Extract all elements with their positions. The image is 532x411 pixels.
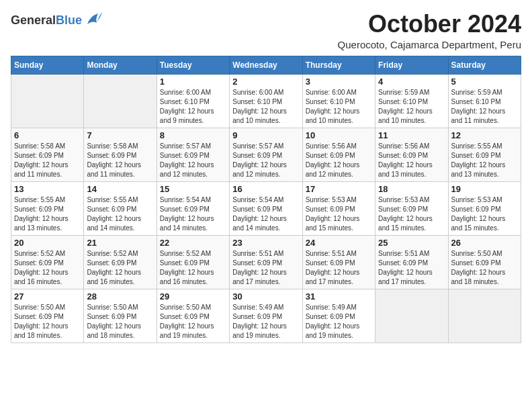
- col-header-tuesday: Tuesday: [157, 56, 229, 74]
- day-number: 10: [306, 130, 372, 140]
- calendar-cell: 12Sunrise: 5:55 AMSunset: 6:09 PMDayligh…: [448, 128, 521, 181]
- day-info: Sunrise: 5:53 AMSunset: 6:09 PMDaylight:…: [451, 195, 518, 233]
- day-number: 21: [87, 238, 153, 248]
- day-number: 12: [451, 130, 518, 140]
- calendar-cell: 6Sunrise: 5:58 AMSunset: 6:09 PMDaylight…: [11, 128, 84, 181]
- day-info: Sunrise: 5:52 AMSunset: 6:09 PMDaylight:…: [87, 249, 153, 287]
- day-number: 1: [160, 77, 226, 87]
- calendar-cell: 27Sunrise: 5:50 AMSunset: 6:09 PMDayligh…: [11, 289, 84, 342]
- calendar-week-5: 27Sunrise: 5:50 AMSunset: 6:09 PMDayligh…: [11, 289, 521, 342]
- day-number: 18: [378, 184, 445, 194]
- day-number: 11: [378, 130, 445, 140]
- calendar-cell: 31Sunrise: 5:49 AMSunset: 6:09 PMDayligh…: [302, 289, 375, 342]
- calendar-cell: 7Sunrise: 5:58 AMSunset: 6:09 PMDaylight…: [84, 128, 157, 181]
- calendar-table: SundayMondayTuesdayWednesdayThursdayFrid…: [11, 56, 521, 343]
- calendar-cell: 29Sunrise: 5:50 AMSunset: 6:09 PMDayligh…: [157, 289, 229, 342]
- calendar-cell: 3Sunrise: 6:00 AMSunset: 6:10 PMDaylight…: [302, 74, 375, 128]
- calendar-cell: 28Sunrise: 5:50 AMSunset: 6:09 PMDayligh…: [84, 289, 157, 342]
- calendar-cell: 15Sunrise: 5:54 AMSunset: 6:09 PMDayligh…: [157, 181, 229, 235]
- calendar-cell: 8Sunrise: 5:57 AMSunset: 6:09 PMDaylight…: [157, 128, 229, 181]
- logo-blue: Blue: [56, 13, 82, 27]
- day-number: 16: [232, 184, 299, 194]
- calendar-cell: 11Sunrise: 5:56 AMSunset: 6:09 PMDayligh…: [375, 128, 448, 181]
- calendar-cell: 21Sunrise: 5:52 AMSunset: 6:09 PMDayligh…: [84, 235, 157, 289]
- day-number: 4: [378, 77, 445, 87]
- day-number: 26: [451, 238, 518, 248]
- col-header-wednesday: Wednesday: [230, 56, 302, 74]
- calendar-cell: 18Sunrise: 5:53 AMSunset: 6:09 PMDayligh…: [375, 181, 448, 235]
- day-info: Sunrise: 5:59 AMSunset: 6:10 PMDaylight:…: [378, 88, 445, 126]
- day-info: Sunrise: 5:52 AMSunset: 6:09 PMDaylight:…: [160, 249, 226, 287]
- col-header-sunday: Sunday: [11, 56, 84, 74]
- day-info: Sunrise: 5:56 AMSunset: 6:09 PMDaylight:…: [306, 142, 372, 179]
- calendar-cell: 9Sunrise: 5:57 AMSunset: 6:09 PMDaylight…: [230, 128, 302, 181]
- calendar-header-row: SundayMondayTuesdayWednesdayThursdayFrid…: [11, 56, 521, 74]
- day-number: 5: [451, 77, 518, 87]
- day-info: Sunrise: 5:50 AMSunset: 6:09 PMDaylight:…: [87, 303, 153, 340]
- day-number: 30: [232, 291, 299, 302]
- calendar-week-4: 20Sunrise: 5:52 AMSunset: 6:09 PMDayligh…: [11, 235, 521, 289]
- location-subtitle: Querocoto, Cajamarca Department, Peru: [338, 39, 521, 50]
- day-info: Sunrise: 5:51 AMSunset: 6:09 PMDaylight:…: [378, 249, 445, 287]
- day-number: 22: [160, 238, 226, 248]
- day-info: Sunrise: 5:57 AMSunset: 6:09 PMDaylight:…: [232, 142, 299, 179]
- col-header-thursday: Thursday: [302, 56, 375, 74]
- day-info: Sunrise: 5:50 AMSunset: 6:09 PMDaylight:…: [160, 303, 226, 340]
- calendar-cell: 2Sunrise: 6:00 AMSunset: 6:10 PMDaylight…: [230, 74, 302, 128]
- day-info: Sunrise: 5:55 AMSunset: 6:09 PMDaylight:…: [14, 195, 81, 233]
- logo-bird-icon: [85, 11, 103, 30]
- title-block: October 2024 Querocoto, Cajamarca Depart…: [338, 11, 521, 50]
- logo: GeneralBlue: [11, 11, 103, 30]
- day-number: 3: [306, 77, 372, 87]
- col-header-friday: Friday: [375, 56, 448, 74]
- calendar-cell: 1Sunrise: 6:00 AMSunset: 6:10 PMDaylight…: [157, 74, 229, 128]
- day-info: Sunrise: 5:57 AMSunset: 6:09 PMDaylight:…: [160, 142, 226, 179]
- day-number: 14: [87, 184, 153, 194]
- calendar-cell: [448, 289, 521, 342]
- day-info: Sunrise: 5:51 AMSunset: 6:09 PMDaylight:…: [306, 249, 372, 287]
- calendar-cell: 10Sunrise: 5:56 AMSunset: 6:09 PMDayligh…: [302, 128, 375, 181]
- calendar-cell: 17Sunrise: 5:53 AMSunset: 6:09 PMDayligh…: [302, 181, 375, 235]
- day-info: Sunrise: 5:58 AMSunset: 6:09 PMDaylight:…: [14, 142, 81, 179]
- calendar-cell: [84, 74, 157, 128]
- calendar-cell: 24Sunrise: 5:51 AMSunset: 6:09 PMDayligh…: [302, 235, 375, 289]
- day-info: Sunrise: 6:00 AMSunset: 6:10 PMDaylight:…: [232, 88, 299, 126]
- day-number: 31: [306, 291, 372, 302]
- day-number: 27: [14, 291, 81, 302]
- calendar-week-3: 13Sunrise: 5:55 AMSunset: 6:09 PMDayligh…: [11, 181, 521, 235]
- calendar-week-2: 6Sunrise: 5:58 AMSunset: 6:09 PMDaylight…: [11, 128, 521, 181]
- day-number: 25: [378, 238, 445, 248]
- day-info: Sunrise: 5:58 AMSunset: 6:09 PMDaylight:…: [87, 142, 153, 179]
- day-info: Sunrise: 6:00 AMSunset: 6:10 PMDaylight:…: [160, 88, 226, 126]
- day-info: Sunrise: 5:52 AMSunset: 6:09 PMDaylight:…: [14, 249, 81, 287]
- day-number: 17: [306, 184, 372, 194]
- day-info: Sunrise: 5:50 AMSunset: 6:09 PMDaylight:…: [451, 249, 518, 287]
- calendar-cell: 16Sunrise: 5:54 AMSunset: 6:09 PMDayligh…: [230, 181, 302, 235]
- day-info: Sunrise: 5:49 AMSunset: 6:09 PMDaylight:…: [232, 303, 299, 340]
- calendar-cell: 19Sunrise: 5:53 AMSunset: 6:09 PMDayligh…: [448, 181, 521, 235]
- logo-general: General: [11, 13, 56, 27]
- page-header: GeneralBlue October 2024 Querocoto, Caja…: [11, 11, 521, 50]
- day-number: 24: [306, 238, 372, 248]
- calendar-cell: 4Sunrise: 5:59 AMSunset: 6:10 PMDaylight…: [375, 74, 448, 128]
- day-number: 9: [232, 130, 299, 140]
- col-header-saturday: Saturday: [448, 56, 521, 74]
- day-number: 7: [87, 130, 153, 140]
- day-number: 28: [87, 291, 153, 302]
- day-number: 29: [160, 291, 226, 302]
- day-number: 20: [14, 238, 81, 248]
- day-info: Sunrise: 5:56 AMSunset: 6:09 PMDaylight:…: [378, 142, 445, 179]
- calendar-cell: 23Sunrise: 5:51 AMSunset: 6:09 PMDayligh…: [230, 235, 302, 289]
- day-info: Sunrise: 5:55 AMSunset: 6:09 PMDaylight:…: [451, 142, 518, 179]
- calendar-cell: 30Sunrise: 5:49 AMSunset: 6:09 PMDayligh…: [230, 289, 302, 342]
- day-info: Sunrise: 5:50 AMSunset: 6:09 PMDaylight:…: [14, 303, 81, 340]
- calendar-cell: 20Sunrise: 5:52 AMSunset: 6:09 PMDayligh…: [11, 235, 84, 289]
- day-info: Sunrise: 5:54 AMSunset: 6:09 PMDaylight:…: [160, 195, 226, 233]
- day-number: 23: [232, 238, 299, 248]
- day-number: 8: [160, 130, 226, 140]
- day-number: 13: [14, 184, 81, 194]
- day-info: Sunrise: 5:53 AMSunset: 6:09 PMDaylight:…: [378, 195, 445, 233]
- day-number: 6: [14, 130, 81, 140]
- day-number: 15: [160, 184, 226, 194]
- day-info: Sunrise: 5:49 AMSunset: 6:09 PMDaylight:…: [306, 303, 372, 340]
